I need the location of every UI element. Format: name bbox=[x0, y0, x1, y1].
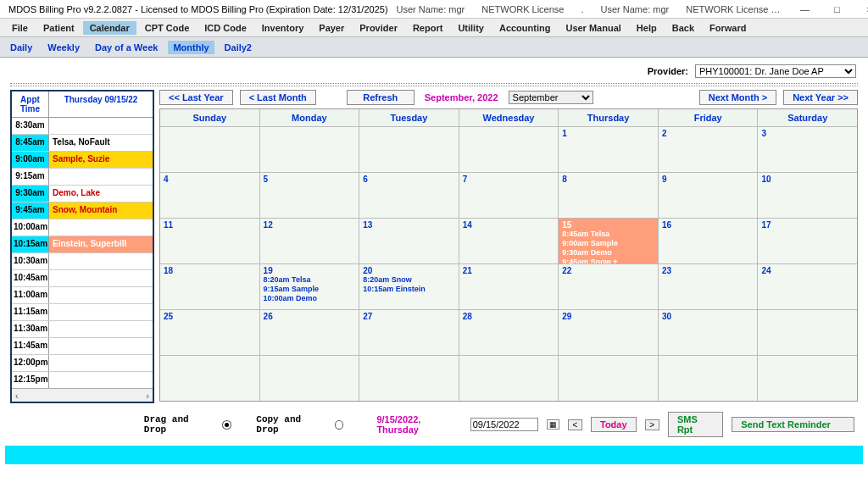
appt-slot[interactable]: 10:45am bbox=[12, 270, 153, 287]
appt-slot[interactable]: 12:15pm bbox=[12, 372, 153, 388]
menu-utility[interactable]: Utility bbox=[451, 21, 491, 35]
calendar-cell[interactable]: 21 bbox=[459, 263, 559, 309]
calendar-cell[interactable]: 27 bbox=[359, 309, 459, 355]
cal-event[interactable]: 9:30am Demo bbox=[562, 248, 654, 258]
calendar-cell[interactable]: 12 bbox=[260, 218, 360, 263]
calendar-cell[interactable]: 23 bbox=[659, 263, 759, 309]
cal-event[interactable]: 8:20am Telsa bbox=[264, 275, 356, 285]
menu-calendar[interactable]: Calendar bbox=[83, 21, 136, 35]
calendar-cell[interactable]: 25 bbox=[160, 309, 260, 355]
calendar-cell[interactable]: 18 bbox=[160, 263, 260, 309]
appt-slot[interactable]: 10:30am bbox=[12, 253, 153, 270]
appt-slot[interactable]: 9:00amSample, Suzie bbox=[12, 152, 153, 169]
calendar-cell[interactable] bbox=[160, 355, 260, 401]
view-day-of-a-week[interactable]: Day of a Week bbox=[90, 41, 163, 54]
close-button[interactable]: × bbox=[853, 1, 868, 18]
appt-slot[interactable]: 8:45amTelsa, NoFault bbox=[12, 135, 153, 152]
calendar-cell[interactable]: 14 bbox=[459, 218, 559, 263]
copy-drop-radio[interactable] bbox=[335, 420, 344, 430]
calendar-cell[interactable]: 4 bbox=[160, 172, 260, 218]
menu-back[interactable]: Back bbox=[665, 21, 701, 35]
sms-report-button[interactable]: SMS Rpt bbox=[668, 412, 723, 437]
calendar-cell[interactable] bbox=[359, 355, 459, 401]
calendar-cell[interactable]: 30 bbox=[659, 309, 759, 355]
menu-payer[interactable]: Payer bbox=[312, 21, 351, 35]
calendar-cell[interactable] bbox=[260, 355, 360, 401]
calendar-cell[interactable]: 6 bbox=[359, 172, 459, 218]
cal-event[interactable]: 8:20am Snow bbox=[363, 275, 455, 285]
cal-event[interactable]: 9:15am Sample bbox=[264, 285, 356, 294]
calendar-cell[interactable]: 7 bbox=[459, 172, 559, 218]
menu-report[interactable]: Report bbox=[406, 21, 449, 35]
calendar-cell[interactable] bbox=[758, 355, 857, 401]
appt-slot[interactable]: 9:15am bbox=[12, 169, 153, 186]
menu-patient[interactable]: Patient bbox=[36, 21, 81, 35]
refresh-button[interactable]: Refresh bbox=[347, 90, 415, 105]
last-month-button[interactable]: < Last Month bbox=[240, 90, 316, 105]
slot-list[interactable]: 8:30am8:45amTelsa, NoFault9:00amSample, … bbox=[12, 118, 153, 388]
calendar-cell[interactable]: 26 bbox=[260, 309, 360, 355]
menu-inventory[interactable]: Inventory bbox=[255, 21, 311, 35]
view-monthly[interactable]: Monthly bbox=[168, 41, 214, 54]
calendar-cell[interactable]: 158:45am Telsa9:00am Sample9:30am Demo9:… bbox=[559, 218, 659, 263]
view-weekly[interactable]: Weekly bbox=[42, 41, 85, 54]
menu-file[interactable]: File bbox=[5, 21, 35, 35]
calendar-cell[interactable]: 10 bbox=[758, 172, 857, 218]
month-select[interactable]: September bbox=[509, 91, 593, 104]
calendar-cell[interactable]: 11 bbox=[160, 218, 260, 263]
calendar-cell[interactable] bbox=[260, 126, 360, 172]
cal-event[interactable]: 8:45am Telsa bbox=[562, 230, 654, 239]
next-day-button[interactable]: > bbox=[645, 419, 659, 430]
view-daily[interactable]: Daily bbox=[5, 41, 37, 54]
cal-event[interactable]: 9:45am Snow + bbox=[562, 258, 654, 263]
menu-accounting[interactable]: Accounting bbox=[492, 21, 558, 35]
calendar-cell[interactable] bbox=[758, 309, 857, 355]
appt-slot[interactable]: 12:00pm bbox=[12, 355, 153, 372]
view-daily2[interactable]: Daily2 bbox=[220, 41, 257, 54]
today-button[interactable]: Today bbox=[591, 417, 637, 432]
last-year-button[interactable]: << Last Year bbox=[159, 90, 233, 105]
calendar-cell[interactable]: 5 bbox=[260, 172, 360, 218]
menu-help[interactable]: Help bbox=[630, 21, 664, 35]
calendar-cell[interactable]: 13 bbox=[359, 218, 459, 263]
minimize-button[interactable]: — bbox=[788, 1, 821, 18]
calendar-cell[interactable]: 16 bbox=[659, 218, 759, 263]
appt-slot[interactable]: 10:00am bbox=[12, 219, 153, 236]
maximize-button[interactable]: □ bbox=[821, 1, 853, 18]
appt-slot[interactable]: 11:00am bbox=[12, 287, 153, 304]
appt-slot[interactable]: 11:30am bbox=[12, 321, 153, 338]
calendar-cell[interactable] bbox=[659, 355, 759, 401]
menu-cpt-code[interactable]: CPT Code bbox=[138, 21, 197, 35]
calendar-cell[interactable]: 28 bbox=[459, 309, 559, 355]
appt-slot[interactable]: 8:30am bbox=[12, 118, 153, 135]
calendar-cell[interactable] bbox=[559, 355, 659, 401]
calendar-cell[interactable] bbox=[160, 126, 260, 172]
calendar-cell[interactable]: 1 bbox=[559, 126, 659, 172]
next-month-button[interactable]: Next Month > bbox=[699, 90, 776, 105]
provider-select[interactable]: PHY100001: Dr. Jane Doe AP bbox=[695, 64, 856, 78]
appt-slot[interactable]: 11:15am bbox=[12, 304, 153, 321]
appt-slot[interactable]: 11:45am bbox=[12, 338, 153, 355]
calendar-cell[interactable] bbox=[359, 126, 459, 172]
drag-drop-radio[interactable] bbox=[222, 420, 231, 430]
calendar-cell[interactable]: 2 bbox=[659, 126, 759, 172]
calendar-cell[interactable]: 3 bbox=[758, 126, 857, 172]
calendar-cell[interactable]: 29 bbox=[559, 309, 659, 355]
calendar-cell[interactable]: 208:20am Snow10:15am Einstein bbox=[359, 263, 459, 309]
appt-slot[interactable]: 9:45amSnow, Mountain bbox=[12, 202, 153, 219]
calendar-cell[interactable]: 8 bbox=[559, 172, 659, 218]
date-input[interactable] bbox=[470, 418, 538, 431]
calendar-cell[interactable]: 22 bbox=[559, 263, 659, 309]
menu-icd-code[interactable]: ICD Code bbox=[198, 21, 253, 35]
cal-event[interactable]: 10:00am Demo bbox=[264, 294, 356, 303]
cal-event[interactable]: 9:00am Sample bbox=[562, 239, 654, 248]
calendar-cell[interactable]: 24 bbox=[758, 263, 857, 309]
menu-user-manual[interactable]: User Manual bbox=[559, 21, 627, 35]
calendar-cell[interactable] bbox=[459, 355, 559, 401]
datepicker-icon[interactable]: ▦ bbox=[547, 419, 559, 430]
appt-slot[interactable]: 9:30amDemo, Lake bbox=[12, 186, 153, 202]
horiz-scrollbar[interactable]: ‹› bbox=[12, 388, 153, 402]
calendar-cell[interactable] bbox=[459, 126, 559, 172]
menu-forward[interactable]: Forward bbox=[703, 21, 753, 35]
next-year-button[interactable]: Next Year >> bbox=[783, 90, 858, 105]
